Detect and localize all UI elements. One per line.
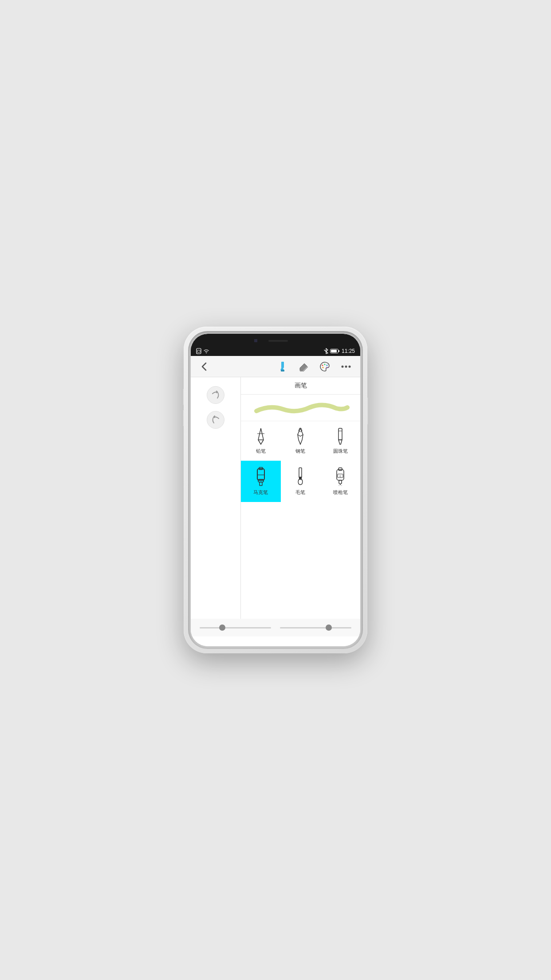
palette-icon	[319, 361, 330, 372]
svg-point-38	[341, 485, 342, 486]
status-right: 11:25	[324, 348, 355, 354]
marker-icon	[253, 467, 269, 486]
svg-marker-18	[258, 428, 264, 444]
bluetooth-icon	[324, 348, 328, 354]
power-button[interactable]	[367, 398, 369, 424]
marker-label: 马克笔	[253, 489, 268, 496]
panel-title: 画笔	[241, 377, 360, 395]
phone-inner-frame: 11:25	[188, 331, 363, 649]
pencil-icon	[254, 427, 268, 445]
more-options-button[interactable]	[339, 360, 353, 374]
spray-icon: 0	[332, 467, 348, 486]
app-toolbar	[191, 356, 360, 377]
redo-button[interactable]	[207, 386, 224, 404]
stroke-preview-area	[241, 395, 360, 421]
ballpen-label: 圆珠笔	[333, 448, 348, 454]
svg-rect-7	[281, 370, 284, 371]
svg-point-10	[322, 364, 323, 366]
svg-point-13	[323, 367, 324, 368]
toolbar-left	[198, 360, 210, 373]
svg-marker-22	[338, 440, 342, 444]
mobi-icon	[293, 467, 307, 486]
svg-point-17	[349, 365, 351, 368]
svg-point-37	[338, 485, 339, 486]
svg-rect-3	[331, 350, 337, 352]
brush-item-spray[interactable]: 0 喷枪笔	[320, 461, 360, 502]
ballpen-icon	[333, 427, 347, 445]
svg-point-11	[324, 364, 326, 365]
brush-item-brush[interactable]: 毛笔	[281, 461, 321, 502]
brush-label: 毛笔	[295, 489, 305, 496]
canvas-area	[191, 377, 240, 619]
svg-rect-21	[338, 428, 342, 440]
brush-item-marker[interactable]: 马克笔	[241, 461, 281, 502]
eraser-tool-button[interactable]	[296, 360, 311, 374]
pen-label: 钢笔	[295, 448, 305, 454]
battery-icon	[330, 348, 340, 354]
front-camera	[254, 339, 257, 342]
volume-down-button[interactable]	[182, 410, 184, 426]
palette-tool-button[interactable]	[318, 360, 332, 374]
bottom-bar	[191, 619, 360, 636]
svg-rect-30	[299, 477, 302, 479]
svg-rect-5	[281, 362, 284, 368]
slider-2-container	[280, 627, 351, 628]
svg-point-36	[340, 484, 341, 485]
svg-rect-32	[338, 468, 342, 470]
phone-screen: 11:25	[191, 334, 360, 646]
svg-point-14	[327, 367, 328, 368]
brush-tool-button[interactable]	[275, 360, 289, 374]
back-icon	[201, 362, 207, 371]
undo-icon	[211, 415, 220, 425]
slider-1-container	[200, 627, 271, 628]
size-slider[interactable]	[200, 627, 271, 628]
app-content: 画笔	[191, 356, 360, 646]
brush-item-pen[interactable]: 钢笔	[281, 421, 321, 461]
back-button[interactable]	[198, 360, 210, 373]
svg-rect-4	[338, 350, 339, 352]
undo-button[interactable]	[207, 411, 224, 429]
status-bar: 11:25	[191, 346, 360, 356]
phone-device: 11:25	[184, 327, 367, 653]
brush-grid: 铅笔 钢笔	[241, 421, 360, 502]
svg-text:0: 0	[339, 475, 341, 478]
pencil-label: 铅笔	[256, 448, 266, 454]
main-area: 画笔	[191, 377, 360, 619]
svg-point-16	[345, 365, 347, 368]
brush-icon	[277, 361, 287, 372]
eraser-icon	[298, 362, 309, 371]
stroke-preview-svg	[252, 401, 350, 415]
brush-panel: 画笔	[240, 377, 360, 619]
pen-icon	[293, 427, 307, 445]
svg-rect-1	[197, 350, 200, 352]
brush-item-ballpen[interactable]: 圆珠笔	[320, 421, 360, 461]
svg-rect-29	[299, 468, 302, 478]
spray-label: 喷枪笔	[333, 489, 348, 496]
sim-icon	[196, 348, 201, 354]
canvas-controls	[191, 377, 240, 438]
volume-up-button[interactable]	[182, 389, 184, 405]
opacity-slider[interactable]	[280, 627, 351, 628]
more-icon	[341, 365, 351, 368]
svg-rect-35	[339, 480, 342, 484]
toolbar-right	[275, 360, 353, 374]
wifi-icon	[203, 348, 209, 354]
svg-rect-0	[197, 348, 201, 354]
time-display: 11:25	[342, 348, 355, 354]
svg-rect-24	[257, 469, 264, 480]
svg-point-12	[327, 364, 328, 366]
svg-point-15	[342, 365, 344, 368]
redo-icon	[211, 390, 220, 400]
status-left	[196, 348, 209, 354]
brush-item-pencil[interactable]: 铅笔	[241, 421, 281, 461]
svg-rect-28	[260, 482, 262, 486]
speaker	[268, 340, 288, 342]
